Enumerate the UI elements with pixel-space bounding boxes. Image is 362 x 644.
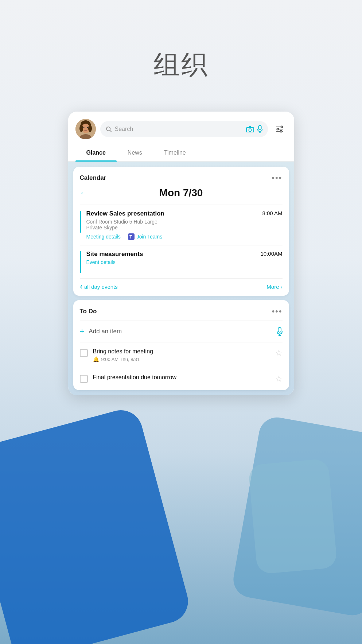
todo-more-button[interactable]: ••• (272, 307, 282, 316)
calendar-title: Calendar (80, 174, 106, 182)
calendar-more-link[interactable]: More › (266, 284, 282, 290)
todo-body-2: Final presentation due tomorrow (93, 374, 270, 382)
todo-reminder-1: 🔔 9:00 AM Thu, 8/31 (93, 356, 270, 362)
todo-item-2: Final presentation due tomorrow ☆ (80, 368, 283, 390)
event-title-2: Site measurements (86, 251, 256, 258)
bell-icon-1: 🔔 (93, 356, 99, 362)
app-header: Search (68, 112, 294, 144)
event-body-1: Review Sales presentation Conf Room Stud… (86, 210, 257, 240)
calendar-prev-arrow[interactable]: ← (80, 188, 88, 198)
event-links-1: Meeting details T Join Teams (86, 233, 257, 240)
camera-icon[interactable] (246, 126, 254, 132)
search-bar[interactable]: Search (100, 121, 268, 137)
all-day-events-text[interactable]: 4 all day events (80, 284, 118, 290)
search-icon (105, 126, 112, 132)
svg-point-20 (280, 131, 282, 132)
tab-bar: Glance News Timeline (68, 144, 294, 162)
tab-timeline[interactable]: Timeline (153, 144, 197, 161)
svg-point-19 (277, 128, 279, 130)
tab-glance[interactable]: Glance (75, 144, 117, 161)
mic-icon[interactable] (257, 125, 263, 133)
add-item-text: Add an item (89, 328, 122, 335)
todo-card: To Do ••• + Add an item (73, 300, 289, 390)
event-accent-2 (80, 251, 81, 273)
todo-star-2[interactable]: ☆ (275, 374, 283, 384)
svg-point-8 (106, 127, 110, 131)
event-time-2: 10:00AM (260, 251, 282, 257)
todo-item-title-2: Final presentation due tomorrow (93, 374, 270, 381)
event-time-1: 8:00 AM (262, 210, 282, 216)
search-placeholder: Search (115, 126, 243, 132)
svg-point-7 (87, 127, 88, 128)
todo-star-1[interactable]: ☆ (275, 348, 283, 358)
event-details-link[interactable]: Event details (86, 259, 116, 265)
main-card: Search (68, 112, 294, 395)
event-accent-1 (80, 211, 81, 233)
page-title: 组织 (153, 47, 209, 82)
add-item-plus-icon: + (80, 327, 85, 336)
todo-title: To Do (80, 308, 97, 315)
svg-point-3 (79, 125, 83, 132)
event-body-2: Site measurements Event details (86, 251, 256, 265)
settings-icon[interactable] (272, 122, 287, 136)
todo-mic-icon[interactable] (277, 327, 283, 336)
add-item-left: + Add an item (80, 327, 122, 336)
todo-checkbox-1[interactable] (80, 349, 88, 357)
svg-rect-23 (278, 327, 281, 332)
tab-news[interactable]: News (117, 144, 153, 161)
event-item-2: Site measurements Event details 10:00AM (80, 245, 283, 278)
todo-checkbox-2[interactable] (80, 375, 88, 383)
calendar-card: Calendar ••• ← Mon 7/30 Review Sales pre… (73, 167, 289, 296)
svg-point-4 (88, 125, 92, 132)
todo-item-title-1: Bring notes for meeting (93, 348, 270, 355)
calendar-card-header: Calendar ••• (80, 173, 283, 183)
content-area: Calendar ••• ← Mon 7/30 Review Sales pre… (68, 162, 294, 395)
calendar-date: Mon 7/30 (159, 187, 203, 199)
todo-card-header: To Do ••• (80, 307, 283, 316)
calendar-more-button[interactable]: ••• (272, 173, 282, 183)
event-item-1: Review Sales presentation Conf Room Stud… (80, 205, 283, 245)
add-item-row[interactable]: + Add an item (80, 321, 283, 342)
event-links-2: Event details (86, 259, 256, 265)
todo-item-1: Bring notes for meeting 🔔 9:00 AM Thu, 8… (80, 342, 283, 368)
join-teams-link[interactable]: T Join Teams (128, 233, 163, 240)
svg-line-9 (110, 130, 111, 132)
svg-rect-12 (258, 125, 261, 130)
todo-body-1: Bring notes for meeting 🔔 9:00 AM Thu, 8… (93, 348, 270, 362)
calendar-nav: ← Mon 7/30 (80, 187, 283, 199)
svg-text:T: T (129, 234, 132, 240)
all-day-row: 4 all day events More › (80, 278, 283, 296)
svg-point-6 (83, 127, 84, 128)
teams-icon: T (128, 233, 135, 240)
svg-point-18 (281, 126, 283, 128)
avatar[interactable] (75, 119, 96, 139)
event-location-1: Conf Room Studio 5 Hub Large Private Sky… (86, 219, 257, 230)
event-title-1: Review Sales presentation (86, 210, 257, 217)
svg-point-11 (249, 129, 251, 131)
meeting-details-link[interactable]: Meeting details (86, 234, 121, 240)
